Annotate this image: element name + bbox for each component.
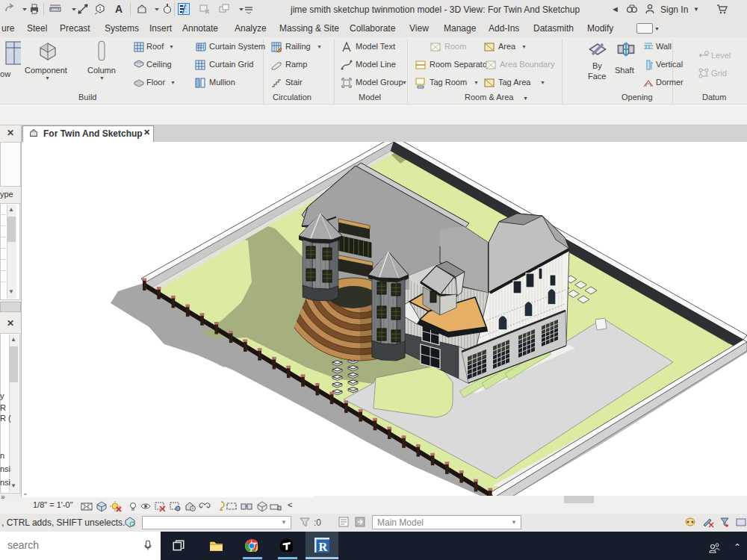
svg-text:R: R [318, 541, 327, 553]
